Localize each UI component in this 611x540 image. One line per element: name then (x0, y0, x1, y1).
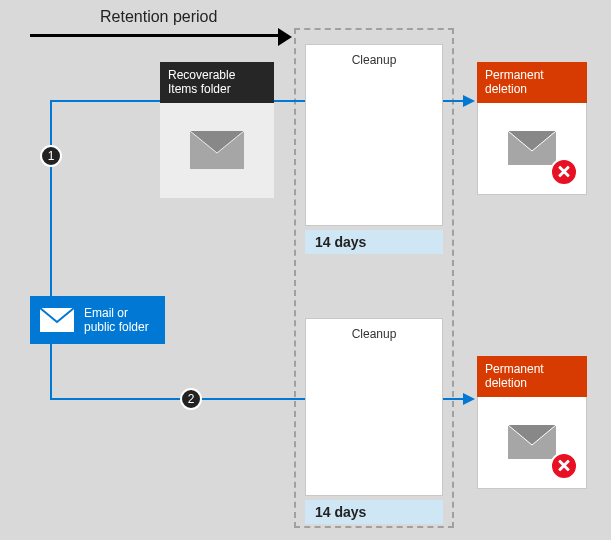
envelope-icon (40, 308, 74, 332)
diagram-canvas: Retention period Email or public folder … (0, 0, 611, 540)
connector-1a (50, 100, 160, 102)
envelope-icon (508, 131, 556, 165)
connector-1-vertical (50, 100, 52, 296)
permanent-deletion-top: Permanent deletion (477, 62, 587, 195)
email-source-box: Email or public folder (30, 296, 165, 344)
step-2-text: 2 (188, 392, 195, 406)
envelope-icon (190, 131, 244, 169)
delete-x-icon (550, 452, 578, 480)
recoverable-items-box: Recoverable Items folder (160, 62, 274, 198)
retention-arrow (30, 34, 280, 37)
envelope-icon (508, 425, 556, 459)
step-badge-2: 2 (180, 388, 202, 410)
permanent-deletion-header-bottom: Permanent deletion (477, 356, 587, 397)
email-source-label: Email or public folder (84, 306, 154, 335)
connector-2-vertical (50, 344, 52, 400)
cleanup-box-bottom: Cleanup (305, 318, 443, 496)
cleanup-box-top: Cleanup (305, 44, 443, 226)
permanent-deletion-bottom: Permanent deletion (477, 356, 587, 489)
recoverable-items-header: Recoverable Items folder (160, 62, 274, 103)
cleanup-label-top: Cleanup (306, 45, 442, 67)
cleanup-days-top: 14 days (305, 230, 443, 254)
cleanup-days-bottom: 14 days (305, 500, 443, 524)
delete-x-icon (550, 158, 578, 186)
permanent-deletion-header-top: Permanent deletion (477, 62, 587, 103)
step-1-text: 1 (48, 149, 55, 163)
step-badge-1: 1 (40, 145, 62, 167)
cleanup-label-bottom: Cleanup (306, 319, 442, 341)
retention-period-label: Retention period (100, 8, 217, 26)
